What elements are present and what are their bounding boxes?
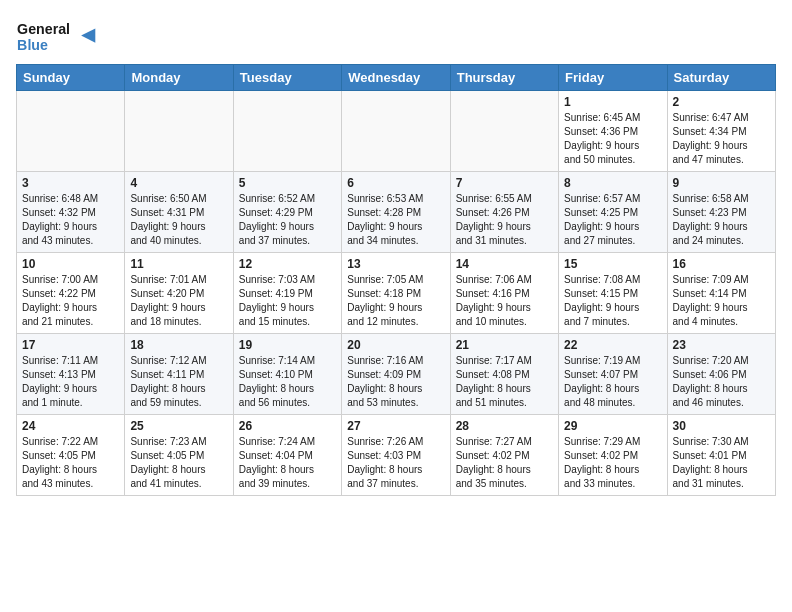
cell-2-1: 3Sunrise: 6:48 AM Sunset: 4:32 PM Daylig… xyxy=(17,172,125,253)
day-number: 27 xyxy=(347,419,444,433)
cell-3-4: 13Sunrise: 7:05 AM Sunset: 4:18 PM Dayli… xyxy=(342,253,450,334)
cell-3-7: 16Sunrise: 7:09 AM Sunset: 4:14 PM Dayli… xyxy=(667,253,775,334)
day-info: Sunrise: 7:20 AM Sunset: 4:06 PM Dayligh… xyxy=(673,354,770,410)
cell-2-7: 9Sunrise: 6:58 AM Sunset: 4:23 PM Daylig… xyxy=(667,172,775,253)
logo-svg: General Blue xyxy=(16,16,116,56)
cell-4-1: 17Sunrise: 7:11 AM Sunset: 4:13 PM Dayli… xyxy=(17,334,125,415)
cell-2-5: 7Sunrise: 6:55 AM Sunset: 4:26 PM Daylig… xyxy=(450,172,558,253)
day-number: 23 xyxy=(673,338,770,352)
day-number: 14 xyxy=(456,257,553,271)
day-info: Sunrise: 6:58 AM Sunset: 4:23 PM Dayligh… xyxy=(673,192,770,248)
cell-2-2: 4Sunrise: 6:50 AM Sunset: 4:31 PM Daylig… xyxy=(125,172,233,253)
day-number: 2 xyxy=(673,95,770,109)
week-row-4: 17Sunrise: 7:11 AM Sunset: 4:13 PM Dayli… xyxy=(17,334,776,415)
day-info: Sunrise: 7:27 AM Sunset: 4:02 PM Dayligh… xyxy=(456,435,553,491)
day-number: 22 xyxy=(564,338,661,352)
day-info: Sunrise: 7:08 AM Sunset: 4:15 PM Dayligh… xyxy=(564,273,661,329)
day-number: 1 xyxy=(564,95,661,109)
cell-3-1: 10Sunrise: 7:00 AM Sunset: 4:22 PM Dayli… xyxy=(17,253,125,334)
svg-text:Blue: Blue xyxy=(17,37,48,53)
cell-1-2 xyxy=(125,91,233,172)
day-number: 13 xyxy=(347,257,444,271)
cell-3-3: 12Sunrise: 7:03 AM Sunset: 4:19 PM Dayli… xyxy=(233,253,341,334)
col-header-saturday: Saturday xyxy=(667,65,775,91)
day-number: 30 xyxy=(673,419,770,433)
cell-1-1 xyxy=(17,91,125,172)
day-info: Sunrise: 6:57 AM Sunset: 4:25 PM Dayligh… xyxy=(564,192,661,248)
week-row-3: 10Sunrise: 7:00 AM Sunset: 4:22 PM Dayli… xyxy=(17,253,776,334)
day-number: 7 xyxy=(456,176,553,190)
day-info: Sunrise: 7:01 AM Sunset: 4:20 PM Dayligh… xyxy=(130,273,227,329)
day-info: Sunrise: 7:12 AM Sunset: 4:11 PM Dayligh… xyxy=(130,354,227,410)
day-number: 3 xyxy=(22,176,119,190)
col-header-sunday: Sunday xyxy=(17,65,125,91)
calendar-table: SundayMondayTuesdayWednesdayThursdayFrid… xyxy=(16,64,776,496)
cell-3-6: 15Sunrise: 7:08 AM Sunset: 4:15 PM Dayli… xyxy=(559,253,667,334)
header-row: SundayMondayTuesdayWednesdayThursdayFrid… xyxy=(17,65,776,91)
day-info: Sunrise: 6:55 AM Sunset: 4:26 PM Dayligh… xyxy=(456,192,553,248)
cell-3-2: 11Sunrise: 7:01 AM Sunset: 4:20 PM Dayli… xyxy=(125,253,233,334)
week-row-1: 1Sunrise: 6:45 AM Sunset: 4:36 PM Daylig… xyxy=(17,91,776,172)
cell-4-4: 20Sunrise: 7:16 AM Sunset: 4:09 PM Dayli… xyxy=(342,334,450,415)
week-row-5: 24Sunrise: 7:22 AM Sunset: 4:05 PM Dayli… xyxy=(17,415,776,496)
day-info: Sunrise: 7:17 AM Sunset: 4:08 PM Dayligh… xyxy=(456,354,553,410)
cell-5-2: 25Sunrise: 7:23 AM Sunset: 4:05 PM Dayli… xyxy=(125,415,233,496)
day-number: 17 xyxy=(22,338,119,352)
day-number: 26 xyxy=(239,419,336,433)
col-header-thursday: Thursday xyxy=(450,65,558,91)
cell-1-6: 1Sunrise: 6:45 AM Sunset: 4:36 PM Daylig… xyxy=(559,91,667,172)
svg-text:General: General xyxy=(17,21,70,37)
day-number: 25 xyxy=(130,419,227,433)
cell-5-3: 26Sunrise: 7:24 AM Sunset: 4:04 PM Dayli… xyxy=(233,415,341,496)
day-info: Sunrise: 6:45 AM Sunset: 4:36 PM Dayligh… xyxy=(564,111,661,167)
day-number: 21 xyxy=(456,338,553,352)
day-info: Sunrise: 7:06 AM Sunset: 4:16 PM Dayligh… xyxy=(456,273,553,329)
cell-4-6: 22Sunrise: 7:19 AM Sunset: 4:07 PM Dayli… xyxy=(559,334,667,415)
day-info: Sunrise: 6:52 AM Sunset: 4:29 PM Dayligh… xyxy=(239,192,336,248)
day-number: 18 xyxy=(130,338,227,352)
day-number: 29 xyxy=(564,419,661,433)
day-number: 24 xyxy=(22,419,119,433)
svg-marker-1 xyxy=(81,28,95,42)
cell-4-3: 19Sunrise: 7:14 AM Sunset: 4:10 PM Dayli… xyxy=(233,334,341,415)
col-header-wednesday: Wednesday xyxy=(342,65,450,91)
day-info: Sunrise: 7:29 AM Sunset: 4:02 PM Dayligh… xyxy=(564,435,661,491)
day-number: 4 xyxy=(130,176,227,190)
logo: General Blue xyxy=(16,16,116,56)
col-header-monday: Monday xyxy=(125,65,233,91)
cell-5-6: 29Sunrise: 7:29 AM Sunset: 4:02 PM Dayli… xyxy=(559,415,667,496)
cell-5-7: 30Sunrise: 7:30 AM Sunset: 4:01 PM Dayli… xyxy=(667,415,775,496)
day-info: Sunrise: 7:14 AM Sunset: 4:10 PM Dayligh… xyxy=(239,354,336,410)
cell-1-7: 2Sunrise: 6:47 AM Sunset: 4:34 PM Daylig… xyxy=(667,91,775,172)
day-number: 11 xyxy=(130,257,227,271)
cell-3-5: 14Sunrise: 7:06 AM Sunset: 4:16 PM Dayli… xyxy=(450,253,558,334)
day-info: Sunrise: 7:24 AM Sunset: 4:04 PM Dayligh… xyxy=(239,435,336,491)
cell-2-4: 6Sunrise: 6:53 AM Sunset: 4:28 PM Daylig… xyxy=(342,172,450,253)
day-info: Sunrise: 6:48 AM Sunset: 4:32 PM Dayligh… xyxy=(22,192,119,248)
day-info: Sunrise: 7:03 AM Sunset: 4:19 PM Dayligh… xyxy=(239,273,336,329)
cell-1-3 xyxy=(233,91,341,172)
col-header-tuesday: Tuesday xyxy=(233,65,341,91)
day-info: Sunrise: 7:05 AM Sunset: 4:18 PM Dayligh… xyxy=(347,273,444,329)
day-info: Sunrise: 7:19 AM Sunset: 4:07 PM Dayligh… xyxy=(564,354,661,410)
day-info: Sunrise: 7:26 AM Sunset: 4:03 PM Dayligh… xyxy=(347,435,444,491)
day-info: Sunrise: 7:23 AM Sunset: 4:05 PM Dayligh… xyxy=(130,435,227,491)
day-info: Sunrise: 7:09 AM Sunset: 4:14 PM Dayligh… xyxy=(673,273,770,329)
day-info: Sunrise: 7:11 AM Sunset: 4:13 PM Dayligh… xyxy=(22,354,119,410)
day-number: 9 xyxy=(673,176,770,190)
week-row-2: 3Sunrise: 6:48 AM Sunset: 4:32 PM Daylig… xyxy=(17,172,776,253)
cell-2-6: 8Sunrise: 6:57 AM Sunset: 4:25 PM Daylig… xyxy=(559,172,667,253)
day-number: 19 xyxy=(239,338,336,352)
cell-5-1: 24Sunrise: 7:22 AM Sunset: 4:05 PM Dayli… xyxy=(17,415,125,496)
day-number: 12 xyxy=(239,257,336,271)
day-number: 5 xyxy=(239,176,336,190)
cell-2-3: 5Sunrise: 6:52 AM Sunset: 4:29 PM Daylig… xyxy=(233,172,341,253)
day-number: 16 xyxy=(673,257,770,271)
day-info: Sunrise: 7:16 AM Sunset: 4:09 PM Dayligh… xyxy=(347,354,444,410)
col-header-friday: Friday xyxy=(559,65,667,91)
cell-4-7: 23Sunrise: 7:20 AM Sunset: 4:06 PM Dayli… xyxy=(667,334,775,415)
day-info: Sunrise: 6:53 AM Sunset: 4:28 PM Dayligh… xyxy=(347,192,444,248)
cell-5-5: 28Sunrise: 7:27 AM Sunset: 4:02 PM Dayli… xyxy=(450,415,558,496)
cell-4-5: 21Sunrise: 7:17 AM Sunset: 4:08 PM Dayli… xyxy=(450,334,558,415)
cell-1-4 xyxy=(342,91,450,172)
